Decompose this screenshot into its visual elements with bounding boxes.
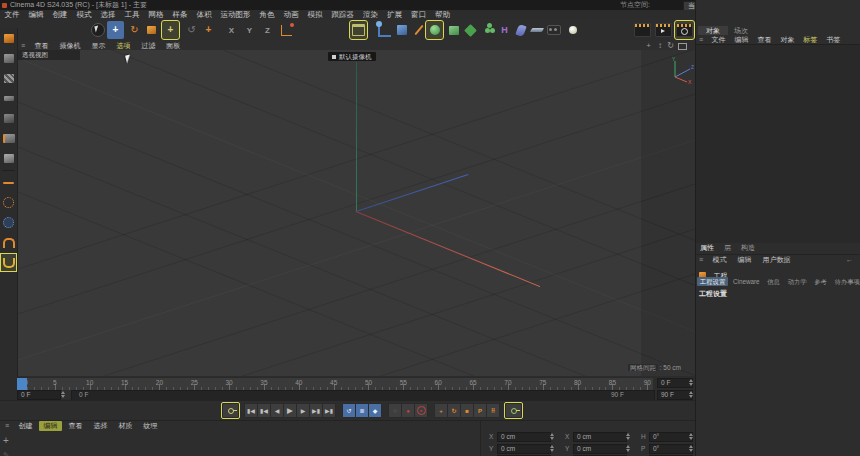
mat-menu-edit[interactable]: 编辑 — [39, 421, 62, 431]
history-back-icon[interactable]: ← — [846, 255, 853, 265]
attr-menu-edit[interactable]: 编辑 — [733, 255, 756, 265]
snap-off-icon[interactable] — [1, 234, 16, 251]
vertex-paint-icon[interactable] — [1, 214, 16, 231]
key-scale-button[interactable]: ■ — [460, 403, 474, 418]
floor-button[interactable] — [528, 21, 545, 39]
go-to-start-button[interactable]: ▮◀ — [244, 403, 258, 418]
attr-menu-userdata[interactable]: 用户数据 — [758, 255, 795, 265]
key-selection-button[interactable]: ◆ — [368, 403, 382, 418]
coord-field[interactable]: 0° — [649, 444, 693, 454]
coord-field[interactable]: 0 cm — [497, 444, 551, 454]
tab-objects[interactable]: 对象 — [698, 26, 728, 35]
end-frame-spinner[interactable] — [688, 390, 695, 399]
rotate-tool[interactable]: ↻ — [126, 21, 143, 39]
coord-spinner[interactable] — [688, 444, 695, 453]
render-picture-viewer-button[interactable] — [654, 21, 673, 39]
menu-file[interactable]: 文件 — [0, 10, 24, 19]
viewport-hamburger-icon[interactable]: ≡ — [18, 41, 28, 50]
make-editable-icon[interactable] — [1, 30, 16, 47]
enable-axis-icon[interactable]: + — [200, 21, 217, 39]
viewport-canvas[interactable]: 透视视图 默认摄像机 Y Z X 网格间距 : 50 cm — [18, 50, 695, 376]
draw-spline-button[interactable] — [410, 21, 427, 39]
coord-field[interactable]: 0 cm — [573, 432, 627, 442]
next-key-button[interactable]: ▶▮ — [309, 403, 323, 418]
attr-menu-mode[interactable]: 模式 — [708, 255, 731, 265]
cloner-button[interactable] — [479, 21, 496, 39]
edit-render-settings-button[interactable] — [675, 21, 694, 39]
play-forward-button[interactable]: ▶ — [283, 403, 297, 418]
zoom-view-icon[interactable]: ↕ — [658, 41, 662, 50]
lock-y-axis-button[interactable]: Y — [242, 21, 257, 39]
record-keyframe-button[interactable]: ● — [401, 403, 415, 418]
record-autokey-button[interactable]: ● — [414, 403, 428, 418]
previous-frame-button[interactable]: ◀ — [270, 403, 284, 418]
tab-project-settings[interactable]: 工程设置 — [697, 277, 728, 286]
extrude-generator-button[interactable] — [445, 21, 462, 39]
material-hamburger-icon[interactable]: ≡ — [2, 421, 12, 431]
record-off-button[interactable]: ○ — [388, 403, 402, 418]
model-mode-icon[interactable] — [1, 50, 16, 67]
tab-reference[interactable]: 参考 — [811, 277, 830, 286]
live-selection-tool[interactable] — [89, 21, 106, 39]
menu-select[interactable]: 选择 — [96, 10, 120, 19]
symmetry-button[interactable]: H — [496, 21, 513, 39]
vp-menu-panel[interactable]: 面板 — [162, 41, 185, 50]
vp-menu-options[interactable]: 选项 — [112, 41, 135, 50]
coord-spinner[interactable] — [549, 444, 556, 453]
menu-animate[interactable]: 动画 — [279, 10, 303, 19]
texture-axis-icon[interactable] — [1, 194, 16, 211]
go-to-end-button[interactable]: ▶▮ — [322, 403, 336, 418]
vp-menu-filter[interactable]: 过滤 — [137, 41, 160, 50]
menu-create[interactable]: 创建 — [48, 10, 72, 19]
key-position-button[interactable]: + — [434, 403, 448, 418]
current-frame-field[interactable]: 0 F — [17, 390, 61, 400]
render-view-button[interactable] — [633, 21, 652, 39]
current-frame-spinner[interactable] — [60, 390, 67, 399]
view-tab-label[interactable]: 透视视图 — [18, 50, 80, 60]
scale-tool[interactable] — [143, 21, 160, 39]
keyframe-bars-button[interactable]: ≣ — [355, 403, 369, 418]
menu-extensions[interactable]: 扩展 — [383, 10, 407, 19]
set-keyframe-button[interactable] — [505, 403, 522, 418]
vp-menu-display[interactable]: 显示 — [87, 41, 110, 50]
obj-menu-tags[interactable]: 标签 — [800, 35, 821, 44]
object-hamburger-icon[interactable]: ≡ — [696, 35, 706, 44]
menu-edit[interactable]: 编辑 — [24, 10, 48, 19]
mat-menu-view[interactable]: 查看 — [64, 421, 87, 431]
menu-volume[interactable]: 体积 — [192, 10, 216, 19]
menu-mesh[interactable]: 网格 — [144, 10, 168, 19]
camera-button[interactable] — [545, 21, 562, 39]
menu-help[interactable]: 帮助 — [431, 10, 455, 19]
render-region-icon[interactable] — [350, 21, 367, 39]
next-frame-button[interactable]: ▶ — [296, 403, 310, 418]
menu-spline[interactable]: 样条 — [168, 10, 192, 19]
edge-mode-icon[interactable] — [1, 130, 16, 147]
menu-mograph[interactable]: 运动图形 — [216, 10, 255, 19]
autokey-record-button[interactable] — [222, 403, 239, 418]
coordinate-system-button[interactable] — [278, 21, 295, 39]
tab-info[interactable]: 信息 — [764, 277, 783, 286]
pan-view-icon[interactable]: + — [646, 41, 651, 50]
menu-mode[interactable]: 模式 — [72, 10, 96, 19]
texture-mode-icon[interactable] — [1, 70, 16, 87]
mat-menu-select[interactable]: 选择 — [89, 421, 112, 431]
obj-menu-objects[interactable]: 对象 — [777, 35, 798, 44]
previous-key-button[interactable]: ▮◀ — [257, 403, 271, 418]
workplane-mode-icon[interactable] — [1, 90, 16, 107]
coord-spinner[interactable] — [688, 432, 695, 441]
tab-structure[interactable]: 构造 — [737, 243, 759, 253]
lock-x-axis-button[interactable]: X — [224, 21, 239, 39]
subdivision-surface-button[interactable] — [426, 21, 443, 39]
menu-render[interactable]: 渲染 — [359, 10, 383, 19]
obj-menu-edit[interactable]: 编辑 — [731, 35, 752, 44]
object-manager-list[interactable] — [696, 44, 860, 244]
deformer-button[interactable] — [462, 21, 479, 39]
last-used-tool[interactable]: + — [162, 21, 179, 39]
obj-menu-bookmarks[interactable]: 书签 — [823, 35, 844, 44]
attribute-hamburger-icon[interactable]: ≡ — [696, 255, 706, 265]
coord-field[interactable]: 0° — [649, 432, 693, 442]
vp-menu-view[interactable]: 查看 — [30, 41, 53, 50]
coord-field[interactable]: 0 cm — [497, 432, 551, 442]
coord-spinner[interactable] — [625, 432, 632, 441]
tab-todo[interactable]: 待办事项 — [832, 277, 860, 286]
